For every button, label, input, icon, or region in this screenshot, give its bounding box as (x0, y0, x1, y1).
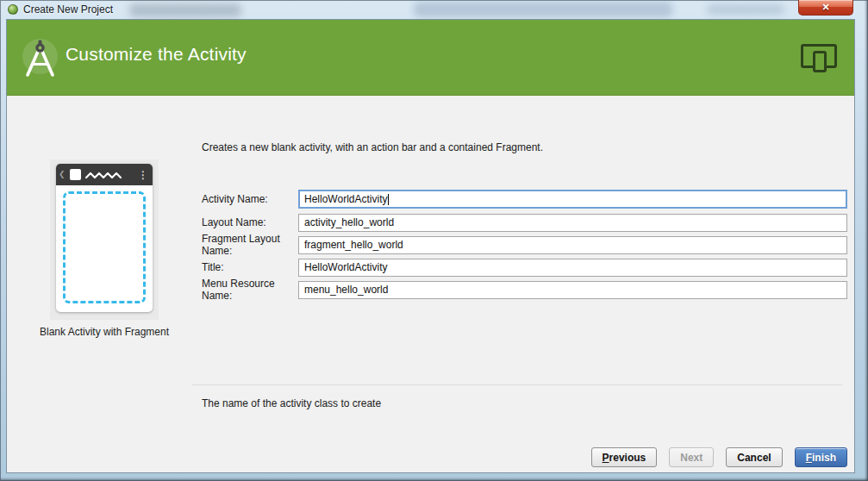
wizard-button-bar: Previous Next Cancel Finish (591, 447, 847, 467)
device-actionbar: ❮ ⋮ (56, 164, 153, 185)
fragment-layout-name-input[interactable] (298, 236, 847, 254)
previous-button[interactable]: Previous (591, 447, 658, 467)
field-help-text: The name of the activity class to create (202, 397, 381, 409)
android-studio-logo-icon (20, 37, 60, 78)
cancel-button[interactable]: Cancel (726, 447, 782, 467)
template-description: Creates a new blank activity, with an ac… (202, 141, 543, 153)
dialog-body: Customize the Activity ❮ ⋮ (6, 19, 855, 473)
back-chevron-icon: ❮ (59, 171, 66, 178)
android-studio-app-icon (8, 4, 18, 15)
aero-blur-smudge (707, 4, 784, 15)
wizard-content: ❮ ⋮ Blank Activity with Fragment Creates… (7, 97, 854, 472)
layout-name-input[interactable] (298, 214, 847, 232)
aero-blur-smudge (414, 2, 672, 17)
help-separator (192, 384, 842, 385)
aero-blur-smudge (129, 3, 241, 17)
template-caption: Blank Activity with Fragment (18, 326, 190, 338)
device-mockup: ❮ ⋮ (56, 164, 153, 312)
app-icon-placeholder (70, 169, 81, 180)
activity-preview-thumbnail: ❮ ⋮ (50, 159, 159, 320)
title-label: Title: (202, 261, 298, 273)
device-screen (56, 185, 153, 312)
finish-button[interactable]: Finish (795, 447, 847, 467)
form-row-fragment-layout-name: Fragment Layout Name: (202, 235, 847, 254)
fragment-area-placeholder (63, 191, 146, 303)
activity-name-label: Activity Name: (202, 193, 298, 205)
window-title: Create New Project (23, 3, 113, 16)
layout-name-label: Layout Name: (202, 216, 298, 228)
wizard-step-title: Customize the Activity (66, 44, 247, 65)
activity-name-value: HelloWorldActivity (304, 193, 387, 205)
titlebar[interactable]: Create New Project ✕ (0, 0, 868, 19)
fragment-layout-name-label: Fragment Layout Name: (202, 233, 298, 257)
close-button[interactable]: ✕ (798, 0, 853, 16)
menu-resource-name-input[interactable] (298, 281, 847, 299)
form-row-layout-name: Layout Name: (202, 213, 847, 232)
activity-name-input[interactable]: HelloWorldActivity (298, 190, 847, 209)
tablet-phone-icon (799, 42, 839, 73)
wizard-header: Customize the Activity (7, 20, 854, 96)
next-button[interactable]: Next (669, 447, 714, 467)
form-row-menu-resource-name: Menu Resource Name: (202, 280, 847, 299)
title-placeholder-zigzag (85, 171, 125, 179)
form-row-title: Title: (202, 258, 847, 277)
overflow-menu-icon: ⋮ (138, 170, 148, 180)
form-row-activity-name: Activity Name: HelloWorldActivity (202, 190, 847, 209)
menu-resource-name-label: Menu Resource Name: (202, 278, 298, 302)
close-icon: ✕ (821, 3, 829, 12)
title-input[interactable] (298, 259, 847, 277)
create-new-project-dialog: Create New Project ✕ Customize the Activ… (0, 0, 868, 481)
text-caret (388, 194, 389, 205)
